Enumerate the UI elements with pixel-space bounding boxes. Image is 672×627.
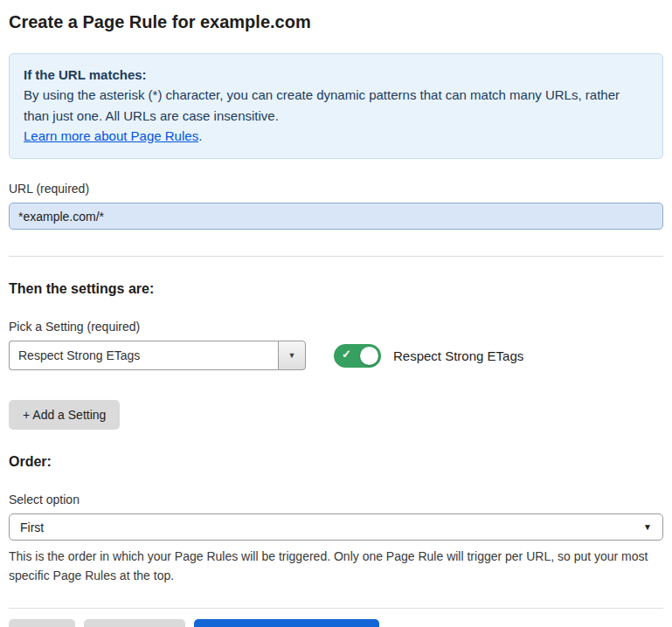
page-rule-form: Create a Page Rule for example.com If th…: [0, 0, 672, 627]
etags-toggle[interactable]: ✓: [334, 344, 381, 368]
save-draft-button[interactable]: Save as Draft: [84, 619, 186, 627]
save-deploy-button[interactable]: Save and Deploy Page Rule: [194, 619, 379, 627]
info-box-body: By using the asterisk (*) character, you…: [24, 85, 648, 126]
toggle-knob: [360, 347, 378, 365]
info-box-heading: If the URL matches:: [24, 65, 648, 85]
setting-dropdown[interactable]: Respect Strong ETags ▼: [9, 341, 306, 370]
url-match-info-box: If the URL matches: By using the asteris…: [9, 53, 663, 159]
footer-divider: [9, 608, 663, 609]
order-help-text: This is the order in which your Page Rul…: [9, 548, 663, 585]
page-title: Create a Page Rule for example.com: [9, 12, 663, 32]
settings-heading: Then the settings are:: [9, 281, 663, 297]
check-icon: ✓: [342, 348, 351, 361]
chevron-down-icon: ▼: [643, 522, 652, 532]
order-heading: Order:: [9, 454, 663, 470]
chevron-down-icon: ▼: [288, 351, 296, 360]
cancel-button[interactable]: Cancel: [9, 619, 75, 627]
setting-row: Respect Strong ETags ▼ ✓ Respect Strong …: [9, 341, 663, 370]
info-box-link-line: Learn more about Page Rules.: [24, 126, 648, 146]
pick-setting-label: Pick a Setting (required): [9, 320, 663, 334]
link-period: .: [198, 128, 202, 143]
order-select-value: First: [20, 520, 643, 534]
section-divider: [9, 256, 663, 257]
url-field-label: URL (required): [9, 182, 663, 196]
toggle-label: Respect Strong ETags: [393, 348, 523, 363]
setting-dropdown-value[interactable]: Respect Strong ETags: [9, 341, 278, 370]
dropdown-arrow-button[interactable]: ▼: [278, 341, 306, 370]
order-select-label: Select option: [9, 493, 663, 506]
order-select[interactable]: First ▼: [9, 513, 663, 541]
url-input[interactable]: [9, 203, 663, 230]
add-setting-button[interactable]: + Add a Setting: [9, 400, 120, 430]
learn-more-link[interactable]: Learn more about Page Rules: [24, 128, 198, 143]
footer-buttons: Cancel Save as Draft Save and Deploy Pag…: [9, 619, 663, 627]
